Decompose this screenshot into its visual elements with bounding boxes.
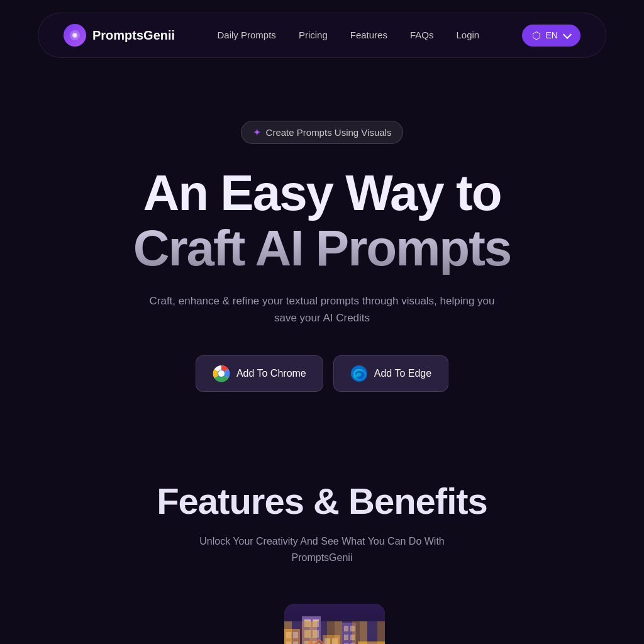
hero-title-line2: Craft AI Prompts <box>133 222 511 275</box>
nav-item-pricing[interactable]: Pricing <box>299 30 328 41</box>
nav-item-login[interactable]: Login <box>456 30 479 41</box>
hero-title-line1: An Easy Way to <box>143 167 501 219</box>
svg-rect-33 <box>344 626 348 631</box>
nav-item-faqs[interactable]: FAQs <box>410 30 434 41</box>
hero-badge-text: Create Prompts Using Visuals <box>266 127 392 138</box>
svg-point-2 <box>74 34 76 36</box>
cta-buttons: Add To Chrome Add To Edge <box>196 355 448 392</box>
edge-button-label: Add To Edge <box>374 368 431 379</box>
nav-link-features[interactable]: Features <box>350 30 387 40</box>
nav-link-daily-prompts[interactable]: Daily Prompts <box>218 30 276 40</box>
nav-item-features[interactable]: Features <box>350 30 387 41</box>
svg-rect-35 <box>344 635 348 640</box>
svg-rect-16 <box>304 619 311 627</box>
nav-item-daily-prompts[interactable]: Daily Prompts <box>218 30 276 41</box>
svg-rect-41 <box>358 641 385 644</box>
logo-text: PromptsGenii <box>92 28 175 43</box>
svg-rect-32 <box>342 623 356 644</box>
nav-links: Daily Prompts Pricing Features FAQs Logi… <box>218 30 480 41</box>
svg-rect-17 <box>313 619 319 627</box>
language-label: EN <box>546 30 558 40</box>
nav-link-faqs[interactable]: FAQs <box>410 30 434 40</box>
svg-rect-25 <box>323 635 340 644</box>
svg-rect-27 <box>332 638 338 644</box>
logo-icon <box>64 24 86 47</box>
chrome-icon <box>213 365 230 382</box>
add-to-edge-button[interactable]: Add To Edge <box>333 355 448 392</box>
svg-rect-20 <box>304 641 311 644</box>
navbar: PromptsGenii Daily Prompts Pricing Featu… <box>38 13 606 58</box>
svg-rect-12 <box>293 641 298 644</box>
features-section: Features & Benefits Unlock Your Creativi… <box>0 430 644 644</box>
add-to-chrome-button[interactable]: Add To Chrome <box>196 355 323 392</box>
svg-rect-9 <box>286 632 291 638</box>
svg-rect-26 <box>325 638 330 644</box>
chevron-down-icon <box>563 30 572 39</box>
chrome-button-label: Add To Chrome <box>236 368 306 379</box>
svg-rect-7 <box>284 604 385 644</box>
hero-subtitle: Craft, enhance & refine your textual pro… <box>146 292 498 326</box>
svg-rect-36 <box>350 635 355 640</box>
svg-rect-18 <box>304 630 311 638</box>
language-button[interactable]: ⬡ EN <box>522 25 580 47</box>
feature-image <box>284 604 385 644</box>
hero-section: ✦ Create Prompts Using Visuals An Easy W… <box>0 70 644 430</box>
svg-rect-21 <box>313 641 319 644</box>
edge-icon <box>350 365 368 382</box>
nav-link-login[interactable]: Login <box>456 30 479 40</box>
nav-link-pricing[interactable]: Pricing <box>299 30 328 40</box>
svg-rect-34 <box>350 626 355 631</box>
feature-preview <box>259 604 385 644</box>
hero-badge[interactable]: ✦ Create Prompts Using Visuals <box>241 121 404 144</box>
building-image <box>284 604 385 644</box>
svg-rect-10 <box>293 632 298 638</box>
svg-point-5 <box>218 370 225 377</box>
svg-rect-19 <box>313 630 319 638</box>
features-title: Features & Benefits <box>157 480 487 522</box>
sparkle-icon: ✦ <box>253 126 261 138</box>
translate-icon: ⬡ <box>532 30 541 42</box>
svg-rect-8 <box>284 629 300 644</box>
logo[interactable]: PromptsGenii <box>64 24 175 47</box>
svg-rect-11 <box>286 641 291 644</box>
features-subtitle: Unlock Your Creativity And See What You … <box>177 533 467 565</box>
